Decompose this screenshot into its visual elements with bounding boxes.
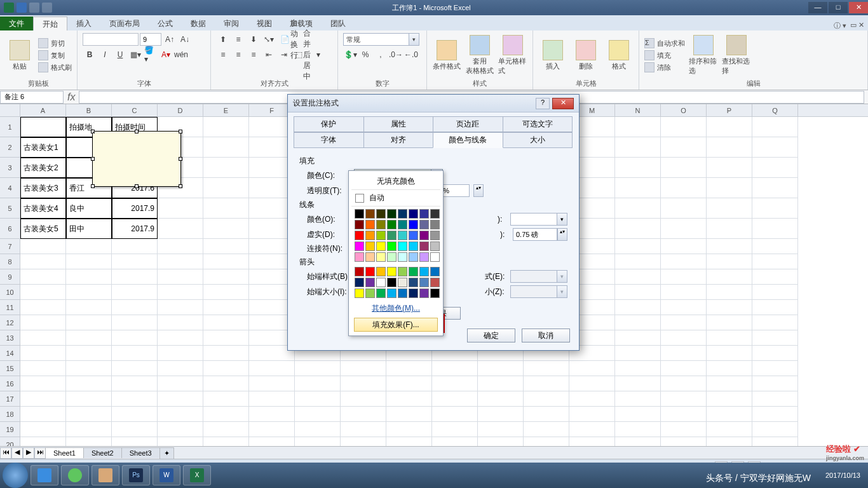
new-sheet-tab[interactable]: ✦ xyxy=(159,447,174,459)
cell-O11[interactable] xyxy=(661,300,707,315)
color-swatch[interactable] xyxy=(409,241,418,251)
cell-P2[interactable] xyxy=(707,137,752,158)
cell-M16[interactable] xyxy=(569,376,615,391)
cell-E18[interactable] xyxy=(203,407,249,422)
table-format-button[interactable]: 套用 表格格式 xyxy=(465,35,494,76)
color-swatch[interactable] xyxy=(419,267,429,276)
cell-N9[interactable] xyxy=(615,269,661,285)
color-swatch[interactable] xyxy=(355,231,364,240)
name-box[interactable]: 备注 6 xyxy=(0,91,64,104)
format-cell-button[interactable]: 格式 xyxy=(604,40,634,71)
cell-N17[interactable] xyxy=(615,391,661,407)
row-header-1[interactable]: 1 xyxy=(0,117,20,137)
cell-F20[interactable] xyxy=(249,437,295,446)
redo-icon[interactable] xyxy=(42,3,52,13)
cell-E3[interactable] xyxy=(203,158,249,178)
cell-K19[interactable] xyxy=(478,422,524,437)
cell-N14[interactable] xyxy=(615,346,661,361)
cell-A5[interactable]: 古装美女4 xyxy=(20,198,66,219)
cell-B17[interactable] xyxy=(66,391,112,407)
color-swatch[interactable] xyxy=(409,209,418,219)
tab-data[interactable]: 数据 xyxy=(182,17,215,30)
cell-B10[interactable] xyxy=(66,285,112,300)
cell-P10[interactable] xyxy=(707,285,752,300)
cancel-button[interactable]: 取消 xyxy=(522,329,570,342)
color-swatch[interactable] xyxy=(365,209,375,219)
cell-D10[interactable] xyxy=(158,285,203,300)
cell-M18[interactable] xyxy=(569,407,615,422)
color-swatch[interactable] xyxy=(376,267,386,276)
col-header-P[interactable]: P xyxy=(707,104,752,116)
save-icon[interactable] xyxy=(17,3,27,13)
cell-C17[interactable] xyxy=(112,391,158,407)
cell-N6[interactable] xyxy=(615,219,661,239)
cell-N12[interactable] xyxy=(615,315,661,330)
sheet-nav-last[interactable]: ⏭ xyxy=(34,447,46,459)
color-swatch[interactable] xyxy=(419,231,429,240)
cell-D16[interactable] xyxy=(158,376,203,391)
cell-E14[interactable] xyxy=(203,346,249,361)
color-swatch[interactable] xyxy=(409,220,418,229)
taskbar-ps[interactable]: Ps xyxy=(122,465,150,485)
cell-G18[interactable] xyxy=(295,407,341,422)
row-header-17[interactable]: 17 xyxy=(0,391,20,407)
cell-O15[interactable] xyxy=(661,361,707,376)
minimize-button[interactable]: ― xyxy=(808,2,827,13)
color-swatch[interactable] xyxy=(355,267,364,276)
cell-N20[interactable] xyxy=(615,437,661,446)
dlg-tab-protect[interactable]: 保护 xyxy=(294,116,364,132)
indent-inc-icon[interactable]: ⇥ xyxy=(277,48,291,61)
fill-button[interactable]: 填充 xyxy=(644,50,685,60)
row-header-13[interactable]: 13 xyxy=(0,330,20,346)
cell-N7[interactable] xyxy=(615,239,661,254)
cell-Q12[interactable] xyxy=(752,315,798,330)
color-swatch[interactable] xyxy=(419,220,429,229)
cell-Q13[interactable] xyxy=(752,330,798,346)
color-swatch[interactable] xyxy=(419,252,429,262)
tab-insert[interactable]: 插入 xyxy=(67,17,100,30)
cell-F16[interactable] xyxy=(249,376,295,391)
no-fill-option[interactable]: 无填充颜色 xyxy=(351,173,440,190)
orientation-icon[interactable]: ⤡▾ xyxy=(262,33,276,46)
find-button[interactable]: 查找和选择 xyxy=(722,35,751,76)
cell-P19[interactable] xyxy=(707,422,752,437)
cell-F15[interactable] xyxy=(249,361,295,376)
cell-E13[interactable] xyxy=(203,330,249,346)
cell-I18[interactable] xyxy=(386,407,432,422)
cell-D8[interactable] xyxy=(158,254,203,269)
cell-B8[interactable] xyxy=(66,254,112,269)
color-swatch[interactable] xyxy=(398,278,407,287)
clear-button[interactable]: 清除 xyxy=(644,62,685,72)
color-swatch[interactable] xyxy=(398,231,407,240)
start-button[interactable] xyxy=(3,463,28,488)
color-swatch[interactable] xyxy=(398,209,407,219)
cell-G17[interactable] xyxy=(295,391,341,407)
cell-H20[interactable] xyxy=(341,437,386,446)
align-left-icon[interactable]: ≡ xyxy=(216,48,230,61)
cell-A6[interactable]: 古装美女5 xyxy=(20,219,66,239)
color-swatch[interactable] xyxy=(355,241,364,251)
row-header-20[interactable]: 20 xyxy=(0,437,20,446)
color-swatch[interactable] xyxy=(387,252,397,262)
cell-A8[interactable] xyxy=(20,254,66,269)
color-swatch[interactable] xyxy=(409,288,418,298)
cell-E20[interactable] xyxy=(203,437,249,446)
cell-D14[interactable] xyxy=(158,346,203,361)
cell-J16[interactable] xyxy=(432,376,478,391)
row-header-4[interactable]: 4 xyxy=(0,178,20,198)
col-header-N[interactable]: N xyxy=(615,104,661,116)
color-swatch[interactable] xyxy=(355,252,364,262)
cell-B6[interactable]: 田中 xyxy=(66,219,112,239)
cell-N4[interactable] xyxy=(615,178,661,198)
cell-O7[interactable] xyxy=(661,239,707,254)
dialog-help-button[interactable]: ? xyxy=(536,98,550,109)
col-header-E[interactable]: E xyxy=(203,104,249,116)
cell-E10[interactable] xyxy=(203,285,249,300)
cell-L19[interactable] xyxy=(524,422,569,437)
cell-N19[interactable] xyxy=(615,422,661,437)
cell-P20[interactable] xyxy=(707,437,752,446)
cell-B9[interactable] xyxy=(66,269,112,285)
color-swatch[interactable] xyxy=(419,241,429,251)
line-weight-value[interactable]: 0.75 磅 xyxy=(513,228,557,241)
currency-icon[interactable]: 💲▾ xyxy=(343,48,357,61)
